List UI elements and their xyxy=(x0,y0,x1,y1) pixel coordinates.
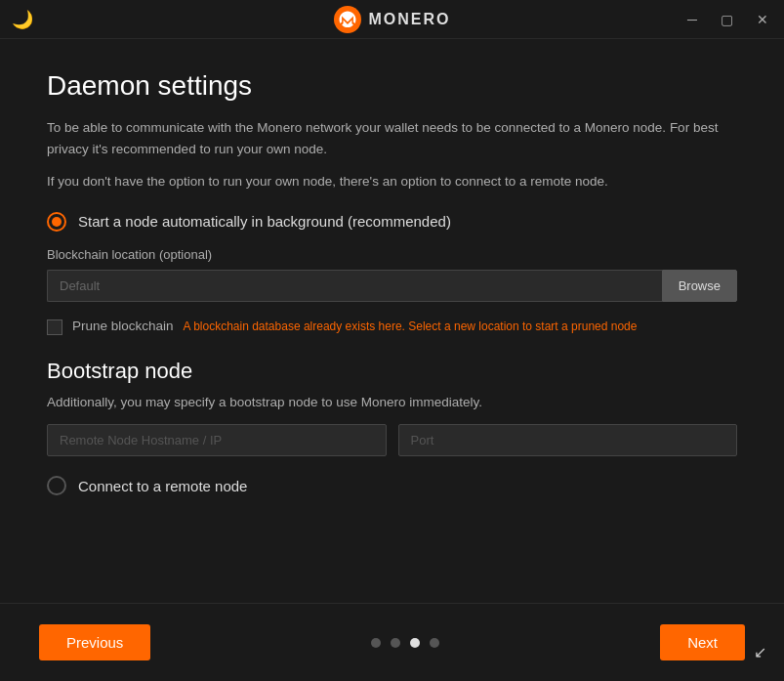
pagination-dot-4 xyxy=(430,638,439,648)
cursor-indicator: ↙ xyxy=(754,643,766,661)
moon-icon[interactable]: 🌙 xyxy=(12,9,33,30)
pagination-dots xyxy=(371,638,439,648)
pagination-dot-3 xyxy=(410,638,420,648)
auto-start-radio[interactable]: Start a node automatically in background… xyxy=(47,212,737,232)
pagination-dot-2 xyxy=(391,638,400,648)
hostname-input[interactable] xyxy=(47,424,387,456)
previous-button[interactable]: Previous xyxy=(39,624,150,660)
page-title: Daemon settings xyxy=(47,70,737,102)
description-1: To be able to communicate with the Moner… xyxy=(47,117,737,159)
bootstrap-node-inputs xyxy=(47,424,737,456)
description-2: If you don't have the option to run your… xyxy=(47,171,737,192)
blockchain-location-input[interactable] xyxy=(47,270,662,302)
title-bar-controls: ─ ▢ ✕ xyxy=(694,11,772,28)
prune-blockchain-text: Prune blockchain A blockchain database a… xyxy=(72,318,637,333)
footer: Previous Next xyxy=(0,603,784,681)
prune-blockchain-hint: A blockchain database already exists her… xyxy=(183,319,637,333)
prune-blockchain-checkbox[interactable] xyxy=(47,319,62,335)
title-bar: 🌙 MONERO ─ ▢ ✕ xyxy=(0,0,784,39)
next-button[interactable]: Next xyxy=(660,624,745,660)
auto-start-radio-indicator xyxy=(47,212,66,232)
pagination-dot-1 xyxy=(371,638,381,648)
main-content: Daemon settings To be able to communicat… xyxy=(0,39,784,603)
connect-remote-radio[interactable]: Connect to a remote node xyxy=(47,476,737,495)
close-button[interactable]: ✕ xyxy=(753,11,772,28)
bootstrap-node-description: Additionally, you may specify a bootstra… xyxy=(47,392,737,413)
connect-remote-radio-label: Connect to a remote node xyxy=(78,478,247,494)
title-bar-left: 🌙 xyxy=(12,9,90,30)
bootstrap-node-title: Bootstrap node xyxy=(47,359,737,384)
title-bar-center: MONERO xyxy=(334,6,451,33)
blockchain-location-label: Blockchain location (optional) xyxy=(47,247,737,262)
connect-remote-radio-indicator xyxy=(47,476,66,495)
monero-logo-icon xyxy=(334,6,361,33)
browse-button[interactable]: Browse xyxy=(662,270,737,302)
app-title: MONERO xyxy=(369,11,451,28)
port-input[interactable] xyxy=(398,424,738,456)
minimize-button[interactable]: ─ xyxy=(683,11,701,28)
prune-blockchain-label: Prune blockchain xyxy=(72,319,174,333)
blockchain-location-row: Browse xyxy=(47,270,737,302)
auto-start-radio-label: Start a node automatically in background… xyxy=(78,213,451,230)
prune-blockchain-row: Prune blockchain A blockchain database a… xyxy=(47,318,737,335)
maximize-button[interactable]: ▢ xyxy=(717,11,737,28)
